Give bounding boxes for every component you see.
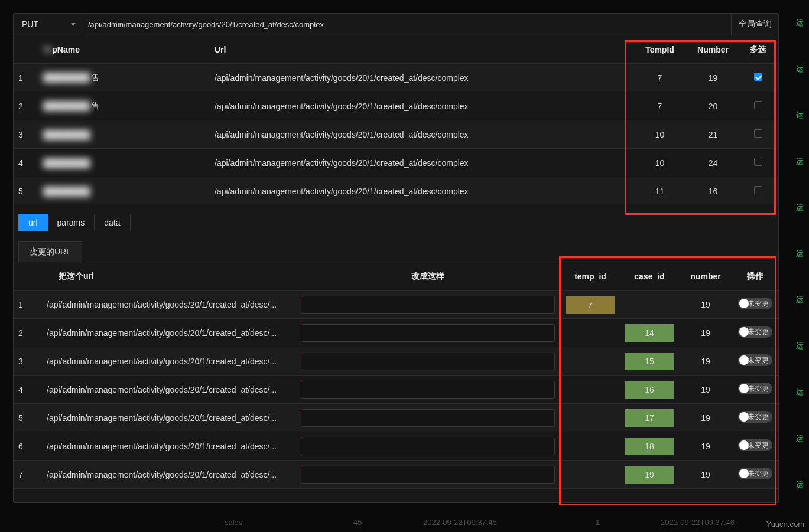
- row-tempid: 10: [632, 158, 688, 168]
- row-number: 19: [679, 300, 732, 309]
- tab-params[interactable]: params: [48, 214, 95, 231]
- change-to-input[interactable]: [301, 466, 555, 484]
- change-switch[interactable]: 未变更: [738, 326, 772, 338]
- changes-table: 把这个url 改成这样 temp_id case_id number 操作 1/…: [14, 262, 778, 489]
- change-to-input[interactable]: [301, 381, 555, 399]
- side-run-label: 运: [792, 203, 809, 213]
- tempid-cell: 7: [566, 296, 615, 314]
- row-number: 19: [679, 357, 732, 366]
- table-row: 6/api/admin/management/activity/goods/20…: [14, 432, 778, 461]
- change-switch[interactable]: 未变更: [738, 354, 772, 366]
- row-index: 3: [14, 357, 47, 366]
- table-row: 2/api/admin/management/activity/goods/20…: [14, 319, 778, 347]
- table-row: 5/api/admin/management/activity/goods/20…: [14, 404, 778, 432]
- side-run-label: 运: [792, 249, 809, 259]
- tab-url[interactable]: url: [18, 214, 48, 231]
- sub-tabs: 变更的URL: [14, 241, 778, 262]
- table-row: 4/api/admin/management/activity/goods/20…: [14, 376, 778, 404]
- global-search-button[interactable]: 全局查询: [731, 14, 778, 35]
- col-source-url: 把这个url: [47, 271, 301, 282]
- table-header: TepName Url TempId Number 多选: [14, 35, 778, 64]
- caseid-cell: 14: [625, 324, 674, 342]
- change-to-input[interactable]: [301, 438, 555, 455]
- row-index: 2: [14, 102, 43, 111]
- right-strip: 运运运运运运运运运运运: [792, 0, 809, 508]
- row-source-url: /api/admin/management/activity/goods/20/…: [47, 413, 301, 423]
- method-value: PUT: [22, 19, 38, 29]
- col-number: Number: [688, 45, 738, 54]
- col-number: number: [679, 272, 732, 281]
- row-checkbox[interactable]: [754, 73, 762, 81]
- table-row: 7/api/admin/management/activity/goods/20…: [14, 461, 778, 489]
- change-switch[interactable]: 未变更: [738, 383, 772, 394]
- change-switch[interactable]: 未变更: [738, 411, 772, 423]
- row-number: 19: [679, 413, 732, 423]
- row-checkbox[interactable]: [754, 129, 762, 138]
- caseid-cell: 15: [625, 353, 674, 370]
- change-to-input[interactable]: [301, 296, 555, 314]
- row-index: 2: [14, 328, 47, 338]
- side-run-label: 运: [792, 295, 809, 305]
- row-number: 24: [688, 158, 738, 168]
- row-checkbox[interactable]: [754, 186, 762, 194]
- row-number: 19: [679, 470, 732, 479]
- row-checkbox[interactable]: [754, 101, 762, 109]
- row-index: 4: [14, 158, 43, 168]
- col-multi: 多选: [738, 44, 778, 55]
- side-run-label: 运: [792, 64, 809, 74]
- tab-group: url params data: [18, 214, 778, 231]
- row-number: 19: [679, 328, 732, 338]
- row-source-url: /api/admin/management/activity/goods/20/…: [47, 470, 301, 479]
- row-index: 1: [14, 73, 43, 83]
- watermark: Yuucn.com: [766, 520, 804, 528]
- row-source-url: /api/admin/management/activity/goods/20/…: [47, 442, 301, 451]
- side-run-label: 运: [792, 479, 809, 490]
- row-tempid: 7: [632, 102, 688, 111]
- row-number: 19: [679, 385, 732, 394]
- caseid-cell: 17: [625, 409, 674, 427]
- table-row[interactable]: 2████████售/api/admin/management/activity…: [14, 92, 778, 120]
- row-name: ████████: [43, 187, 215, 196]
- table-row[interactable]: 4████████/api/admin/management/activity/…: [14, 149, 778, 177]
- main-panel: PUT 全局查询 TepName Url TempId Number 多选 1█…: [13, 13, 779, 503]
- col-tempid: TempId: [632, 45, 688, 54]
- row-index: 1: [14, 300, 47, 309]
- method-select[interactable]: PUT: [14, 14, 82, 35]
- row-source-url: /api/admin/management/activity/goods/20/…: [47, 357, 301, 366]
- row-index: 5: [14, 413, 47, 423]
- side-run-label: 运: [792, 18, 809, 28]
- row-number: 20: [688, 102, 738, 111]
- row-number: 19: [688, 73, 738, 83]
- row-url: /api/admin/management/activity/goods/20/…: [215, 130, 632, 139]
- row-url: /api/admin/management/activity/goods/20/…: [215, 73, 632, 83]
- row-index: 4: [14, 385, 47, 394]
- row-tempid: 7: [632, 73, 688, 83]
- row-name: ████████: [43, 158, 215, 168]
- col-change-to: 改成这样: [301, 271, 561, 282]
- url-input[interactable]: [82, 14, 731, 35]
- row-source-url: /api/admin/management/activity/goods/20/…: [47, 385, 301, 394]
- change-to-input[interactable]: [301, 324, 555, 342]
- col-tempid: temp_id: [561, 272, 620, 281]
- caseid-cell: 16: [625, 381, 674, 399]
- results-table: TepName Url TempId Number 多选 1████████售/…: [14, 35, 778, 205]
- table-row[interactable]: 3████████/api/admin/management/activity/…: [14, 120, 778, 149]
- col-name: TepName: [43, 45, 215, 54]
- change-switch[interactable]: 未变更: [738, 468, 772, 479]
- row-index: 5: [14, 187, 43, 196]
- table-row[interactable]: 5████████/api/admin/management/activity/…: [14, 177, 778, 205]
- row-url: /api/admin/management/activity/goods/20/…: [215, 187, 632, 196]
- row-number: 19: [679, 442, 732, 451]
- change-to-input[interactable]: [301, 353, 555, 370]
- row-checkbox[interactable]: [754, 158, 762, 166]
- tab-data[interactable]: data: [95, 214, 130, 231]
- row-url: /api/admin/management/activity/goods/20/…: [215, 158, 632, 168]
- side-run-label: 运: [792, 110, 809, 120]
- change-to-input[interactable]: [301, 409, 555, 427]
- sub-tab-changed-url[interactable]: 变更的URL: [18, 241, 82, 262]
- change-switch[interactable]: 未变更: [738, 298, 772, 309]
- col-caseid: case_id: [620, 272, 679, 281]
- table-row[interactable]: 1████████售/api/admin/management/activity…: [14, 64, 778, 92]
- bg-col-flag: 1: [596, 518, 600, 527]
- change-switch[interactable]: 未变更: [738, 439, 772, 451]
